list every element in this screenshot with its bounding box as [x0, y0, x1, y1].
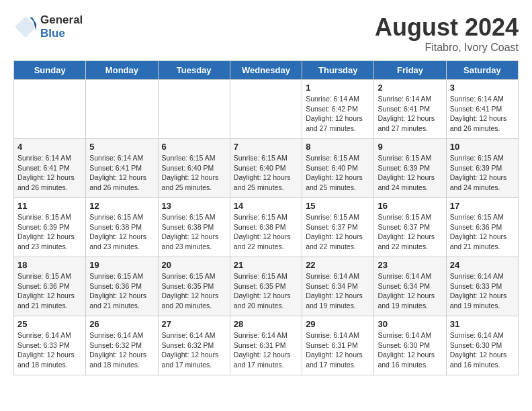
week-row-1: 4Sunrise: 6:14 AMSunset: 6:41 PMDaylight… — [14, 139, 519, 198]
calendar-cell: 28Sunrise: 6:14 AMSunset: 6:31 PMDayligh… — [230, 316, 302, 375]
day-number: 18 — [17, 260, 82, 270]
day-info: Sunrise: 6:14 AMSunset: 6:41 PMDaylight:… — [17, 153, 82, 193]
page-header: General Blue August 2024 Fitabro, Ivory … — [13, 13, 519, 54]
day-info: Sunrise: 6:15 AMSunset: 6:37 PMDaylight:… — [306, 212, 370, 252]
day-number: 8 — [306, 142, 370, 152]
header-friday: Friday — [374, 61, 446, 80]
days-header-row: Sunday Monday Tuesday Wednesday Thursday… — [14, 61, 519, 80]
logo-blue: Blue — [40, 27, 65, 40]
day-number: 12 — [89, 201, 154, 211]
calendar-cell: 27Sunrise: 6:14 AMSunset: 6:32 PMDayligh… — [158, 316, 230, 375]
calendar-cell: 12Sunrise: 6:15 AMSunset: 6:38 PMDayligh… — [86, 198, 158, 257]
day-number: 25 — [17, 319, 82, 329]
calendar-cell: 22Sunrise: 6:14 AMSunset: 6:34 PMDayligh… — [302, 257, 374, 316]
day-info: Sunrise: 6:15 AMSunset: 6:39 PMDaylight:… — [450, 153, 515, 193]
day-info: Sunrise: 6:15 AMSunset: 6:35 PMDaylight:… — [162, 271, 226, 311]
calendar-cell — [86, 80, 158, 139]
day-number: 20 — [162, 260, 226, 270]
day-number: 24 — [450, 260, 515, 270]
day-info: Sunrise: 6:14 AMSunset: 6:32 PMDaylight:… — [162, 330, 226, 370]
calendar-cell: 3Sunrise: 6:14 AMSunset: 6:41 PMDaylight… — [446, 80, 518, 139]
calendar-cell: 14Sunrise: 6:15 AMSunset: 6:38 PMDayligh… — [230, 198, 302, 257]
day-info: Sunrise: 6:15 AMSunset: 6:39 PMDaylight:… — [17, 212, 82, 252]
location-subtitle: Fitabro, Ivory Coast — [375, 42, 519, 54]
day-number: 27 — [162, 319, 226, 329]
day-number: 15 — [306, 201, 370, 211]
calendar-cell: 13Sunrise: 6:15 AMSunset: 6:38 PMDayligh… — [158, 198, 230, 257]
day-number: 16 — [378, 201, 442, 211]
day-info: Sunrise: 6:14 AMSunset: 6:41 PMDaylight:… — [450, 94, 515, 134]
day-info: Sunrise: 6:15 AMSunset: 6:40 PMDaylight:… — [162, 153, 226, 193]
calendar-cell — [158, 80, 230, 139]
day-number: 4 — [17, 142, 82, 152]
day-info: Sunrise: 6:14 AMSunset: 6:31 PMDaylight:… — [306, 330, 370, 370]
title-section: August 2024 Fitabro, Ivory Coast — [375, 13, 519, 54]
calendar-cell: 26Sunrise: 6:14 AMSunset: 6:32 PMDayligh… — [86, 316, 158, 375]
day-number: 11 — [17, 201, 82, 211]
header-monday: Monday — [86, 61, 158, 80]
day-info: Sunrise: 6:14 AMSunset: 6:41 PMDaylight:… — [378, 94, 442, 134]
day-number: 23 — [378, 260, 442, 270]
calendar-cell — [14, 80, 86, 139]
day-info: Sunrise: 6:15 AMSunset: 6:36 PMDaylight:… — [17, 271, 82, 311]
calendar-cell: 25Sunrise: 6:14 AMSunset: 6:33 PMDayligh… — [14, 316, 86, 375]
day-info: Sunrise: 6:15 AMSunset: 6:36 PMDaylight:… — [450, 212, 515, 252]
calendar-cell: 7Sunrise: 6:15 AMSunset: 6:40 PMDaylight… — [230, 139, 302, 198]
day-info: Sunrise: 6:14 AMSunset: 6:32 PMDaylight:… — [89, 330, 154, 370]
calendar-cell: 15Sunrise: 6:15 AMSunset: 6:37 PMDayligh… — [302, 198, 374, 257]
day-info: Sunrise: 6:14 AMSunset: 6:30 PMDaylight:… — [450, 330, 515, 370]
day-number: 19 — [89, 260, 154, 270]
day-info: Sunrise: 6:14 AMSunset: 6:31 PMDaylight:… — [234, 330, 298, 370]
calendar-cell: 20Sunrise: 6:15 AMSunset: 6:35 PMDayligh… — [158, 257, 230, 316]
header-thursday: Thursday — [302, 61, 374, 80]
calendar-cell: 16Sunrise: 6:15 AMSunset: 6:37 PMDayligh… — [374, 198, 446, 257]
calendar-cell: 18Sunrise: 6:15 AMSunset: 6:36 PMDayligh… — [14, 257, 86, 316]
calendar-cell: 9Sunrise: 6:15 AMSunset: 6:39 PMDaylight… — [374, 139, 446, 198]
day-number: 21 — [234, 260, 298, 270]
day-info: Sunrise: 6:14 AMSunset: 6:41 PMDaylight:… — [89, 153, 154, 193]
day-info: Sunrise: 6:15 AMSunset: 6:37 PMDaylight:… — [378, 212, 442, 252]
day-info: Sunrise: 6:14 AMSunset: 6:34 PMDaylight:… — [378, 271, 442, 311]
day-info: Sunrise: 6:14 AMSunset: 6:42 PMDaylight:… — [306, 94, 370, 134]
header-tuesday: Tuesday — [158, 61, 230, 80]
header-wednesday: Wednesday — [230, 61, 302, 80]
calendar-cell: 10Sunrise: 6:15 AMSunset: 6:39 PMDayligh… — [446, 139, 518, 198]
month-year-title: August 2024 — [375, 13, 519, 42]
day-info: Sunrise: 6:15 AMSunset: 6:36 PMDaylight:… — [89, 271, 154, 311]
calendar-cell: 4Sunrise: 6:14 AMSunset: 6:41 PMDaylight… — [14, 139, 86, 198]
calendar-cell: 5Sunrise: 6:14 AMSunset: 6:41 PMDaylight… — [86, 139, 158, 198]
week-row-0: 1Sunrise: 6:14 AMSunset: 6:42 PMDaylight… — [14, 80, 519, 139]
day-info: Sunrise: 6:15 AMSunset: 6:38 PMDaylight:… — [234, 212, 298, 252]
day-number: 1 — [306, 83, 370, 93]
day-info: Sunrise: 6:14 AMSunset: 6:33 PMDaylight:… — [450, 271, 515, 311]
week-row-3: 18Sunrise: 6:15 AMSunset: 6:36 PMDayligh… — [14, 257, 519, 316]
calendar-cell: 2Sunrise: 6:14 AMSunset: 6:41 PMDaylight… — [374, 80, 446, 139]
logo-icon — [13, 15, 38, 39]
logo-general: General — [40, 13, 83, 26]
week-row-4: 25Sunrise: 6:14 AMSunset: 6:33 PMDayligh… — [14, 316, 519, 375]
day-number: 29 — [306, 319, 370, 329]
week-row-2: 11Sunrise: 6:15 AMSunset: 6:39 PMDayligh… — [14, 198, 519, 257]
day-number: 14 — [234, 201, 298, 211]
day-info: Sunrise: 6:15 AMSunset: 6:40 PMDaylight:… — [234, 153, 298, 193]
calendar-cell: 1Sunrise: 6:14 AMSunset: 6:42 PMDaylight… — [302, 80, 374, 139]
day-info: Sunrise: 6:14 AMSunset: 6:30 PMDaylight:… — [378, 330, 442, 370]
day-info: Sunrise: 6:15 AMSunset: 6:35 PMDaylight:… — [234, 271, 298, 311]
calendar-cell: 29Sunrise: 6:14 AMSunset: 6:31 PMDayligh… — [302, 316, 374, 375]
day-info: Sunrise: 6:14 AMSunset: 6:33 PMDaylight:… — [17, 330, 82, 370]
day-info: Sunrise: 6:15 AMSunset: 6:39 PMDaylight:… — [378, 153, 442, 193]
calendar-cell: 17Sunrise: 6:15 AMSunset: 6:36 PMDayligh… — [446, 198, 518, 257]
calendar-cell: 21Sunrise: 6:15 AMSunset: 6:35 PMDayligh… — [230, 257, 302, 316]
day-number: 28 — [234, 319, 298, 329]
day-info: Sunrise: 6:15 AMSunset: 6:40 PMDaylight:… — [306, 153, 370, 193]
calendar-cell: 11Sunrise: 6:15 AMSunset: 6:39 PMDayligh… — [14, 198, 86, 257]
day-number: 30 — [378, 319, 442, 329]
day-number: 10 — [450, 142, 515, 152]
calendar-cell: 8Sunrise: 6:15 AMSunset: 6:40 PMDaylight… — [302, 139, 374, 198]
header-sunday: Sunday — [14, 61, 86, 80]
day-number: 26 — [89, 319, 154, 329]
calendar-cell: 6Sunrise: 6:15 AMSunset: 6:40 PMDaylight… — [158, 139, 230, 198]
calendar-cell: 23Sunrise: 6:14 AMSunset: 6:34 PMDayligh… — [374, 257, 446, 316]
calendar-cell: 31Sunrise: 6:14 AMSunset: 6:30 PMDayligh… — [446, 316, 518, 375]
logo: General Blue — [13, 13, 83, 40]
